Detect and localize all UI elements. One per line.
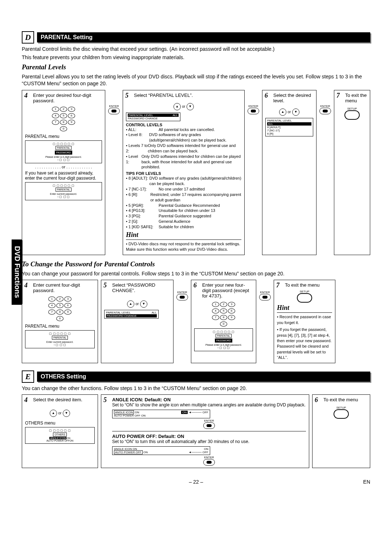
angle-icon-text: Set to “ON” to show the angle icon when … xyxy=(112,402,306,407)
pw-parental-menu-label: PARENTAL menu xyxy=(25,324,95,329)
tips-heading: TIPS FOR LEVELS xyxy=(126,171,241,176)
section-letter-d: D xyxy=(22,31,34,44)
enter-button-icon xyxy=(108,108,120,114)
parental-level-list2: PARENTAL LEVEL ALL 8 [ADULT] 7 [NC-17] 6… xyxy=(265,118,313,136)
up-arrow-icon: ▲ xyxy=(127,300,134,308)
hint1-heading: Hint xyxy=(126,231,241,240)
section-e-intro: You can change the other functions. Foll… xyxy=(22,385,370,392)
numeric-keypad: 123 456 789 0 xyxy=(194,301,253,327)
section-d-intro2: This feature prevents your children from… xyxy=(22,54,370,61)
e-step4-text: Select the desired item. xyxy=(33,397,95,402)
up-arrow-icon: ▲ xyxy=(279,108,286,116)
step4-note: If you have set a password already, ente… xyxy=(25,171,102,181)
page-number: – 22 – xyxy=(189,479,203,485)
setup-button-icon xyxy=(297,293,312,303)
auto-power-default: Default: ON xyxy=(158,434,184,439)
others-menu-box: ▢ ▢ ▢ ▢ ▢ ▢ OTHERS ANGLE ICONON AUTO POW… xyxy=(25,427,95,444)
pw-step7-text: To exit the menu xyxy=(285,282,332,288)
numeric-keypad: 123 456 789 0 xyxy=(25,295,95,321)
e-step4-num: 4 xyxy=(24,396,28,404)
section-letter-e: E xyxy=(22,370,34,383)
auto-power-heading: AUTO POWER OFF: xyxy=(112,434,157,439)
control-levels-heading: CONTROL LEVELS xyxy=(126,123,241,127)
step7-num: 7 xyxy=(336,92,340,99)
down-arrow-icon: ▼ xyxy=(63,410,70,417)
pw-step6-text: Enter your new four-digit password (exce… xyxy=(202,282,253,299)
pw-step4-text: Enter current four-digit password. xyxy=(33,282,95,293)
hint2-heading: Hint xyxy=(277,304,332,313)
enter-label: ENTER xyxy=(176,291,188,294)
angle-icon-list: ANGLE ICON ONON ◄───── OFF AUTO POWER OF… xyxy=(112,410,210,418)
change-password-text: You can change your password for parenta… xyxy=(22,270,370,277)
down-arrow-icon: ▼ xyxy=(187,103,194,110)
enter-button-icon xyxy=(176,294,188,300)
or-text: or xyxy=(182,104,185,108)
parental-menu-box1: ▢ ▢ ▢ ▢ ▢ ▢ PARENTAL PASSWORD Please ent… xyxy=(25,140,102,163)
parental-menu-box2: ▢ ▢ ▢ ▢ ▢ ▢ PARENTAL Enter current passw… xyxy=(25,182,102,200)
e-step6-text: To exit the menu xyxy=(323,397,367,402)
enter-button-icon xyxy=(248,108,259,114)
setup-button-icon xyxy=(344,110,360,120)
page-lang: EN xyxy=(363,479,370,485)
section-title-e: OTHERS Setting xyxy=(37,372,370,382)
pw-step4-num: 4 xyxy=(24,282,28,289)
pw-menu-box1: ▢ ▢ ▢ ▢ ▢ ▢ PARENTAL Enter current passw… xyxy=(25,330,95,348)
pw-step5-text: Select “PASSWORD CHANGE”. xyxy=(112,282,170,293)
step7-text: To exit the menu xyxy=(345,93,367,103)
step4-num: 4 xyxy=(24,92,28,99)
others-menu-label: OTHERS menu xyxy=(25,421,95,426)
up-arrow-icon: ▲ xyxy=(50,410,57,417)
step4-text: Enter your desired four-digit password. xyxy=(33,93,102,103)
pw-step5-num: 5 xyxy=(103,282,107,289)
parental-levels-text: Parental Level allows you to set the rat… xyxy=(22,73,370,87)
enter-label: ENTER xyxy=(112,456,306,459)
e-step6-num: 6 xyxy=(315,396,318,404)
setup-label: SETUP xyxy=(337,107,367,110)
enter-label: ENTER xyxy=(319,104,331,108)
setup-label: SETUP xyxy=(277,290,332,293)
hint2-text2: • If you forget the password, press [4],… xyxy=(277,327,332,360)
parental-menu-label: PARENTAL menu xyxy=(25,134,102,139)
auto-power-text: Set to “ON” to turn this unit off automa… xyxy=(112,439,306,444)
subhead-change-password: To Change the Password for Parental Cont… xyxy=(22,260,370,268)
setup-button-icon xyxy=(334,409,349,419)
side-tab: DVD Functions xyxy=(12,239,23,305)
setup-label: SETUP xyxy=(315,406,367,409)
pw-menu-box2: ▢ ▢ ▢ ▢ ▢ ▢ PARENTAL PASSWORD Please ent… xyxy=(194,328,253,351)
step5-text: Select “PARENTAL LEVEL”. xyxy=(134,93,241,98)
parental-level-list1: PARENTAL LEVELALL PASSWORD CHANGE xyxy=(126,112,180,121)
enter-label: ENTER xyxy=(248,104,259,108)
pw-list: PARENTAL LEVELALL PASSWORD CHANGE xyxy=(104,310,159,319)
angle-icon-default: Default: ON xyxy=(145,397,171,402)
numeric-keypad: 123 456 789 0 xyxy=(25,106,102,132)
step6-text: Select the desired level. xyxy=(273,93,313,103)
pw-step7-num: 7 xyxy=(276,282,279,289)
enter-label: ENTER xyxy=(112,419,306,422)
section-d-intro1: Parental Control limits the disc viewing… xyxy=(22,46,370,53)
down-arrow-icon: ▼ xyxy=(292,108,299,116)
up-arrow-icon: ▲ xyxy=(173,103,181,110)
pw-step6-num: 6 xyxy=(193,282,197,289)
hint2-text1: • Record the password in case you forget… xyxy=(277,314,332,325)
or-divider: . . . . . . . . . . . . or . . . . . . .… xyxy=(25,165,102,169)
enter-label: ENTER xyxy=(108,104,120,108)
enter-button-icon xyxy=(203,459,215,466)
angle-icon-heading: ANGLE ICON: xyxy=(112,397,143,402)
enter-button-icon xyxy=(319,108,331,114)
down-arrow-icon: ▼ xyxy=(140,300,147,308)
hint1-text: • DVD-Video discs may not respond to the… xyxy=(126,241,241,253)
enter-button-icon xyxy=(259,294,271,300)
subhead-parental-levels: Parental Levels xyxy=(22,63,370,71)
section-title-d: PARENTAL Setting xyxy=(37,32,370,42)
step5-num: 5 xyxy=(125,92,128,99)
step6-num: 6 xyxy=(265,92,268,99)
e-step5-num: 5 xyxy=(103,396,107,404)
enter-button-icon xyxy=(203,422,215,429)
enter-label: ENTER xyxy=(259,291,271,294)
auto-power-list: ANGLE ICON ONON AUTO POWER OFF ON◄───── … xyxy=(112,446,210,455)
